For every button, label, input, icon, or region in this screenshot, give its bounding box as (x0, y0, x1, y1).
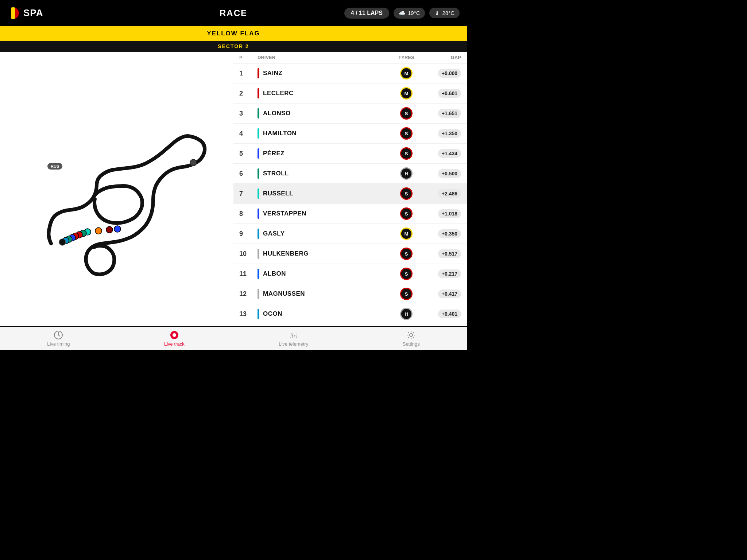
team-color-bar (258, 309, 259, 319)
team-color-bar (258, 108, 259, 118)
team-color-bar (258, 88, 259, 98)
gap-badge: +0.417 (438, 289, 461, 298)
driver-name: LECLERC (263, 90, 294, 97)
driver-cell: LECLERC (258, 88, 388, 98)
gap-col: +0.517 (425, 249, 461, 258)
timing-row: 9 GASLY M +0.350 (233, 224, 467, 244)
driver-cell: STROLL (258, 168, 388, 179)
gap-col: +0.601 (425, 89, 461, 98)
position-number: 12 (239, 290, 258, 298)
position-number: 10 (239, 250, 258, 258)
tyre-badge: S (400, 127, 413, 140)
team-color-bar (258, 269, 259, 279)
timing-row: 2 LECLERC M +0.601 (233, 83, 467, 104)
tyre-col: S (388, 268, 425, 280)
tyre-col: S (388, 207, 425, 220)
nav-settings[interactable]: Settings (403, 330, 420, 347)
driver-cell: OCON (258, 309, 388, 319)
yellow-flag-banner: YELLOW FLAG (0, 26, 467, 41)
team-color-bar (258, 148, 259, 159)
timing-row: 6 STROLL H +0.500 (233, 164, 467, 184)
nav-live-telemetry-label: Live telemetry (279, 341, 308, 347)
tyre-col: S (388, 107, 425, 120)
header: SPA RACE 4 / 11 LAPS ☁️ 19°C 🌡 28°C (0, 0, 467, 26)
gap-col: +1.018 (425, 209, 461, 218)
gap-col: +0.000 (425, 69, 461, 78)
position-number: 4 (239, 130, 258, 137)
gap-col: +2.486 (425, 189, 461, 198)
gap-col: +0.500 (425, 169, 461, 178)
col-pos: P (239, 55, 258, 60)
team-color-bar (258, 229, 259, 239)
nav-live-track-label: Live track (164, 341, 185, 347)
position-number: 9 (239, 230, 258, 238)
gap-badge: +0.000 (438, 69, 461, 78)
tyre-col: S (388, 147, 425, 160)
team-color-bar (258, 289, 259, 299)
cloud-icon: ☁️ (399, 10, 406, 16)
svg-point-8 (95, 228, 102, 234)
header-right: 4 / 11 LAPS ☁️ 19°C 🌡 28°C (309, 8, 460, 19)
svg-point-9 (106, 226, 113, 233)
thermometer-icon: 🌡 (434, 10, 440, 16)
driver-cell: GASLY (258, 229, 388, 239)
tyre-col: S (388, 288, 425, 300)
sector-banner: SECTOR 2 (0, 41, 467, 52)
driver-name: OCON (263, 310, 282, 318)
tyre-badge: M (400, 87, 413, 100)
live-timing-icon (54, 330, 63, 340)
tyre-badge: S (400, 268, 413, 280)
gap-badge: +0.517 (438, 249, 461, 258)
tyre-badge: H (400, 308, 413, 320)
timing-row: 14 NORRIS M +1.485 (233, 324, 467, 326)
position-number: 11 (239, 270, 258, 278)
timing-row: 8 VERSTAPPEN S +1.018 (233, 204, 467, 224)
tyre-badge: S (400, 147, 413, 160)
driver-cell: PÉREZ (258, 148, 388, 159)
driver-name: STROLL (263, 170, 289, 177)
tyre-col: H (388, 167, 425, 180)
tyre-col: S (388, 187, 425, 200)
nav-live-track[interactable]: Live track (164, 330, 185, 347)
gap-badge: +0.401 (438, 310, 461, 318)
position-number: 3 (239, 110, 258, 117)
driver-cell: SAINZ (258, 68, 388, 78)
nav-live-timing-label: Live timing (47, 341, 70, 347)
team-color-bar (258, 209, 259, 219)
race-type: RACE (220, 8, 247, 18)
gap-col: +0.417 (425, 289, 461, 298)
live-track-icon (170, 330, 179, 340)
settings-icon (406, 330, 416, 340)
timing-row: 10 HULKENBERG S +0.517 (233, 244, 467, 264)
circuit-name: SPA (23, 7, 43, 19)
driver-name: ALBON (263, 270, 286, 277)
tyre-col: S (388, 248, 425, 260)
driver-cell: HULKENBERG (258, 249, 388, 259)
tyre-badge: S (400, 248, 413, 260)
tyre-col: H (388, 308, 425, 320)
col-driver: DRIVER (258, 55, 388, 60)
driver-cell: ALBON (258, 269, 388, 279)
header-center: RACE (158, 8, 309, 18)
gap-badge: +1.434 (438, 149, 461, 158)
position-number: 7 (239, 190, 258, 198)
bottom-nav: Live timing Live track f(x) Live telemet… (0, 327, 467, 350)
gap-badge: +1.651 (438, 109, 461, 118)
nav-live-telemetry[interactable]: f(x) Live telemetry (279, 330, 308, 347)
driver-name: RUSSELL (263, 190, 293, 197)
svg-point-10 (114, 226, 121, 232)
timing-row: 5 PÉREZ S +1.434 (233, 144, 467, 164)
tyre-col: M (388, 87, 425, 100)
gap-col: +1.651 (425, 109, 461, 118)
gap-badge: +0.350 (438, 229, 461, 238)
timing-row: 12 MAGNUSSEN S +0.417 (233, 284, 467, 304)
tyre-badge: S (400, 288, 413, 300)
team-color-bar (258, 188, 259, 199)
gap-badge: +1.018 (438, 209, 461, 218)
gap-col: +0.350 (425, 229, 461, 238)
gap-col: +0.217 (425, 269, 461, 278)
gap-badge: +2.486 (438, 189, 461, 198)
nav-live-timing[interactable]: Live timing (47, 330, 70, 347)
driver-cell: ALONSO (258, 108, 388, 118)
tyre-col: M (388, 228, 425, 240)
